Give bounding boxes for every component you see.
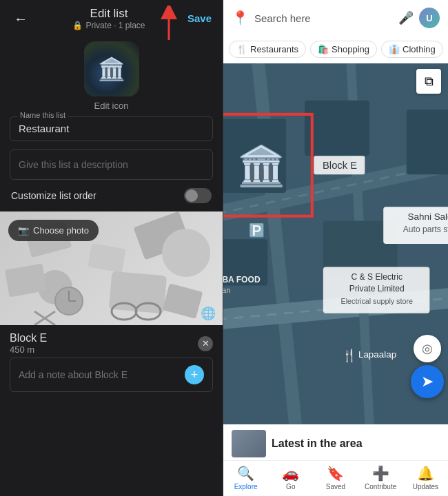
tab-clothing-label: Clothing — [403, 44, 436, 54]
toggle-knob — [185, 189, 198, 202]
note-input[interactable] — [19, 369, 179, 380]
search-text[interactable]: Search here — [254, 12, 393, 24]
layers-button[interactable]: ⧉ — [416, 69, 441, 94]
contribute-icon: ➕ — [372, 465, 389, 482]
block-name: Block E — [10, 332, 47, 344]
list-icon-emoji: 🏛️ — [98, 56, 125, 82]
svg-rect-9 — [163, 283, 203, 319]
explore-icon: 🔍 — [237, 465, 254, 482]
svg-text:🍴: 🍴 — [342, 348, 357, 363]
svg-text:🅿️: 🅿️ — [249, 223, 265, 238]
block-distance: 450 m — [10, 344, 47, 355]
nav-contribute[interactable]: ➕ Contribute — [363, 465, 398, 490]
svg-text:Lapaalap: Lapaalap — [358, 349, 396, 360]
tab-restaurants-label: Restaurants — [250, 44, 298, 54]
category-tabs: 🍴 Restaurants 🛍️ Shopping 👔 Clothing — [223, 36, 448, 63]
edit-list-title: Edit list — [90, 7, 128, 21]
name-field-label: Name this list — [17, 111, 68, 119]
nav-updates[interactable]: 🔔 Updates — [408, 465, 442, 490]
clothing-icon: 👔 — [389, 44, 400, 54]
customize-toggle[interactable] — [184, 188, 212, 203]
choose-photo-button[interactable]: 📷 Choose photo — [8, 220, 99, 241]
search-bar: 📍 Search here 🎤 U — [223, 0, 448, 36]
svg-text:Sahni Sales: Sahni Sales — [408, 211, 448, 222]
svg-text:Private Limited: Private Limited — [349, 284, 405, 293]
shopping-icon: 🛍️ — [318, 44, 329, 54]
save-button[interactable]: Save — [187, 12, 212, 24]
layers-icon: ⧉ — [425, 74, 434, 89]
customize-label: Customize list order — [11, 190, 96, 201]
svg-rect-3 — [88, 243, 125, 273]
latest-area: Latest in the area — [223, 424, 448, 460]
navigate-icon: ➤ — [421, 373, 434, 391]
block-section: Block E 450 m ✕ + — [0, 325, 223, 397]
location-button[interactable]: ◎ — [414, 335, 441, 362]
camera-icon: 📷 — [18, 225, 29, 236]
svg-rect-26 — [305, 101, 369, 156]
tab-clothing[interactable]: 👔 Clothing — [381, 41, 443, 58]
customize-row: Customize list order — [10, 188, 213, 203]
latest-title: Latest in the area — [272, 437, 363, 450]
svg-point-8 — [162, 229, 210, 277]
bottom-nav: 🔍 Explore 🚗 Go 🔖 Saved ➕ Contribute 🔔 Up… — [223, 460, 448, 496]
svg-text:BABA FOOD: BABA FOOD — [223, 275, 261, 285]
icon-section: 🏛️ Edit icon — [0, 33, 223, 116]
explore-label: Explore — [234, 483, 258, 490]
contribute-label: Contribute — [365, 483, 396, 490]
svg-text:Auto parts store: Auto parts store — [403, 225, 448, 234]
photo-section: 🌐 📷 Choose photo — [0, 211, 223, 325]
tab-restaurants[interactable]: 🍴 Restaurants — [229, 41, 306, 58]
right-panel: 📍 Search here 🎤 U 🍴 Restaurants 🛍️ Shopp… — [223, 0, 448, 496]
updates-label: Updates — [413, 483, 438, 490]
nav-explore[interactable]: 🔍 Explore — [229, 465, 263, 490]
header-center: Edit list 🔒 Private · 1 place — [72, 7, 145, 30]
edit-list-subtitle: 🔒 Private · 1 place — [72, 21, 145, 30]
block-close-button[interactable]: ✕ — [198, 336, 213, 351]
edit-icon-label[interactable]: Edit icon — [94, 101, 129, 111]
svg-text:C & S Electric: C & S Electric — [352, 272, 403, 282]
nav-saved[interactable]: 🔖 Saved — [318, 465, 353, 490]
updates-icon: 🔔 — [417, 465, 434, 482]
add-note-button[interactable]: + — [185, 365, 204, 384]
saved-icon: 🔖 — [327, 465, 344, 482]
photo-watermark: 🌐 — [201, 306, 216, 321]
note-input-row: + — [10, 358, 213, 392]
description-input[interactable] — [19, 159, 204, 170]
edit-header: ← Edit list 🔒 Private · 1 place Save — [0, 0, 223, 33]
go-icon: 🚗 — [282, 465, 299, 482]
location-icon: ◎ — [422, 341, 433, 356]
svg-text:Block E: Block E — [323, 160, 357, 171]
name-field-group: Name this list — [10, 116, 213, 141]
form-section: Name this list Customize list order — [0, 116, 223, 203]
go-label: Go — [286, 483, 295, 490]
svg-text:🏛️: 🏛️ — [237, 143, 286, 189]
back-button[interactable]: ← — [11, 8, 30, 30]
tab-shopping-label: Shopping — [332, 44, 369, 54]
edit-icon-circle[interactable]: 🏛️ — [84, 41, 139, 96]
latest-thumbnail — [232, 430, 266, 457]
user-avatar[interactable]: U — [419, 8, 440, 28]
choose-photo-label: Choose photo — [33, 225, 89, 236]
left-panel: ← Edit list 🔒 Private · 1 place Save — [0, 0, 223, 496]
google-maps-logo: 📍 — [232, 10, 249, 26]
map-area[interactable]: 🏛️ Block E 🍴 🍴 🅿️ Sahni Sales Auto parts… — [223, 63, 448, 424]
lock-icon: 🔒 — [72, 21, 83, 30]
description-field — [10, 149, 213, 180]
svg-text:Electrical supply store: Electrical supply store — [341, 297, 413, 305]
block-header: Block E 450 m ✕ — [10, 332, 213, 355]
svg-text:Indian: Indian — [223, 286, 230, 294]
restaurants-icon: 🍴 — [236, 44, 247, 54]
saved-label: Saved — [326, 483, 345, 490]
name-input[interactable] — [19, 123, 204, 134]
mic-icon[interactable]: 🎤 — [398, 10, 414, 25]
svg-rect-29 — [407, 110, 448, 174]
nav-go[interactable]: 🚗 Go — [274, 465, 308, 490]
tab-shopping[interactable]: 🛍️ Shopping — [310, 41, 377, 58]
navigate-button[interactable]: ➤ — [411, 365, 444, 398]
block-info: Block E 450 m — [10, 332, 47, 355]
